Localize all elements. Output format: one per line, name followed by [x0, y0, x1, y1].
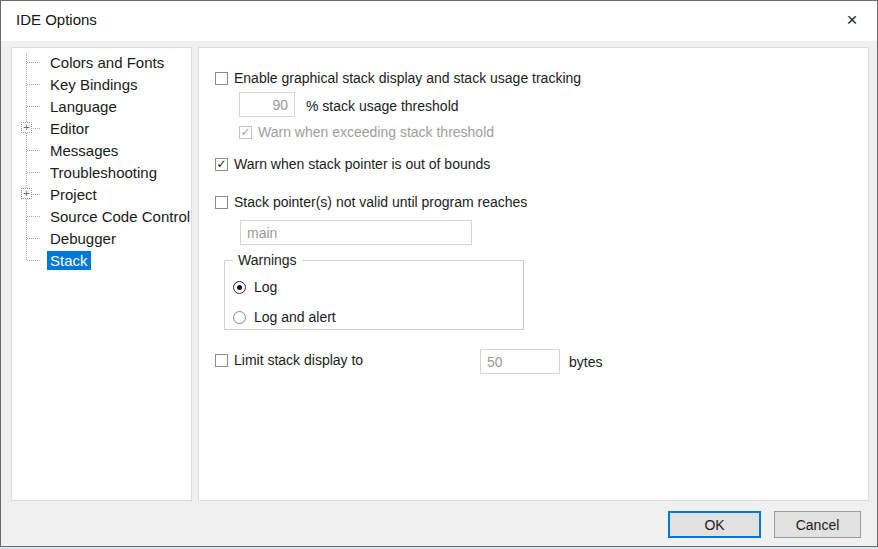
close-icon[interactable]: × [835, 6, 869, 34]
sidebar-item-key-bindings[interactable]: Key Bindings [12, 73, 191, 95]
stack-usage-threshold-input [239, 92, 295, 117]
log-radio[interactable] [233, 281, 246, 294]
options-tree: Colors and Fonts Key Bindings Language +… [12, 48, 191, 271]
sidebar-item-troubleshooting[interactable]: Troubleshooting [12, 161, 191, 183]
sidebar-item-colors-and-fonts[interactable]: Colors and Fonts [12, 51, 191, 73]
stack-settings-panel: Enable graphical stack display and stack… [198, 47, 869, 501]
warn-out-of-bounds-label: Warn when stack pointer is out of bounds [234, 156, 490, 172]
expand-plus-icon[interactable]: + [21, 188, 32, 199]
titlebar: IDE Options × [1, 1, 877, 41]
sidebar-item-debugger[interactable]: Debugger [12, 227, 191, 249]
warn-out-of-bounds-checkbox[interactable]: ✓ [215, 158, 228, 171]
ok-button[interactable]: OK [668, 511, 761, 538]
limit-stack-display-label: Limit stack display to [234, 352, 363, 368]
options-tree-panel: Colors and Fonts Key Bindings Language +… [11, 47, 192, 501]
cancel-button[interactable]: Cancel [774, 511, 861, 538]
warn-exceeding-threshold-option: ✓ Warn when exceeding stack threshold [239, 124, 494, 140]
log-radio-option: Log [233, 279, 277, 295]
warn-exceeding-threshold-checkbox: ✓ [239, 126, 252, 139]
stack-pointer-valid-option: Stack pointer(s) not valid until program… [215, 194, 527, 210]
sidebar-item-source-code-control[interactable]: Source Code Control [12, 205, 191, 227]
sidebar-item-editor[interactable]: + Editor [12, 117, 191, 139]
warn-exceeding-threshold-label: Warn when exceeding stack threshold [258, 124, 494, 140]
enable-stack-tracking-option: Enable graphical stack display and stack… [215, 70, 581, 86]
sidebar-item-messages[interactable]: Messages [12, 139, 191, 161]
dialog-title: IDE Options [16, 11, 97, 28]
limit-bytes-input [480, 349, 560, 374]
sidebar-item-project[interactable]: + Project [12, 183, 191, 205]
warnings-group: Warnings Log Log and alert [224, 260, 524, 330]
program-reaches-input [240, 220, 472, 245]
log-and-alert-radio-label: Log and alert [254, 309, 336, 325]
bytes-label: bytes [569, 354, 602, 370]
warn-out-of-bounds-option: ✓ Warn when stack pointer is out of boun… [215, 156, 490, 172]
ide-options-dialog: IDE Options × Colors and Fonts Key Bindi… [0, 0, 878, 547]
expand-plus-icon[interactable]: + [21, 122, 32, 133]
stack-pointer-valid-checkbox[interactable] [215, 196, 228, 209]
checkmark-icon: ✓ [216, 158, 226, 170]
limit-stack-display-option: Limit stack display to [215, 352, 363, 368]
limit-stack-display-checkbox[interactable] [215, 354, 228, 367]
checkmark-icon: ✓ [240, 126, 250, 138]
enable-stack-tracking-label: Enable graphical stack display and stack… [234, 70, 581, 86]
log-radio-label: Log [254, 279, 277, 295]
stack-usage-threshold-label: % stack usage threshold [306, 98, 459, 114]
warnings-legend: Warnings [233, 252, 302, 268]
enable-stack-tracking-checkbox[interactable] [215, 72, 228, 85]
stack-pointer-valid-label: Stack pointer(s) not valid until program… [234, 194, 527, 210]
log-and-alert-radio-option: Log and alert [233, 309, 336, 325]
sidebar-item-language[interactable]: Language [12, 95, 191, 117]
sidebar-item-stack[interactable]: Stack [12, 249, 191, 271]
log-and-alert-radio[interactable] [233, 311, 246, 324]
